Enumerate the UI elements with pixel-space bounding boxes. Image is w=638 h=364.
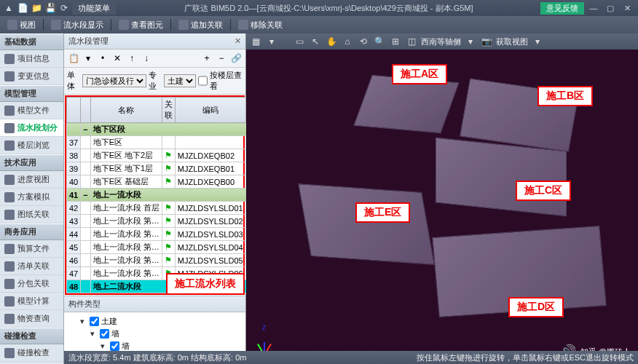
- panel-toolbar: 📋 ▾ • ✕ ↑ ↓ + − 🔗: [64, 50, 245, 68]
- tool-icon[interactable]: ✕: [111, 52, 124, 65]
- app-icon: ▲: [3, 2, 15, 14]
- orbit-icon[interactable]: ⟲: [357, 35, 370, 48]
- maximize-icon[interactable]: ▢: [602, 2, 618, 14]
- tree-title: 构件类型: [64, 296, 245, 312]
- close-icon[interactable]: ✕: [619, 2, 635, 14]
- toolbar-button[interactable]: 流水段显示: [47, 18, 108, 32]
- new-icon[interactable]: 📄: [17, 2, 28, 14]
- nav-item[interactable]: 楼层浏览: [0, 137, 63, 154]
- zone-label-e: 施工E区: [355, 202, 410, 223]
- status-bar: 流水段宽度: 5.4m 建筑底标高: 0m 结构底标高: 0m 按住鼠标左键拖进…: [64, 351, 638, 364]
- plus-icon[interactable]: +: [200, 52, 213, 65]
- status-left: 流水段宽度: 5.4m 建筑底标高: 0m 结构底标高: 0m: [68, 352, 246, 363]
- viewport-toolbar: ▦ ▾ ▭ ↖ ✋ ⌂ ⟲ 🔍 ⊞ ◫ 西南等轴侧▾ 📷 获取视图▾: [246, 33, 638, 50]
- table-row[interactable]: 46地上一流水段 第…⚑MJZLDSYLSLD05: [67, 254, 259, 267]
- minus-icon[interactable]: −: [215, 52, 228, 65]
- home-icon[interactable]: ⌂: [341, 35, 354, 48]
- toolbar-button[interactable]: 查看图元: [114, 18, 168, 32]
- callout-label: 施工流水列表: [166, 273, 245, 295]
- nav-item[interactable]: 清单关联: [0, 258, 63, 275]
- nav-item[interactable]: 预算文件: [0, 240, 63, 258]
- table-row[interactable]: −地下区段: [67, 123, 259, 136]
- table-row[interactable]: 45地上一流水段 第…⚑MJZLDSYLSLD04: [67, 241, 259, 254]
- flow-table: 名称关联编码施−地下区段37地下E区38地下E区 地下2层⚑MJZLDXEQB0…: [66, 97, 259, 293]
- minimize-icon[interactable]: —: [586, 2, 602, 14]
- toolbar-button[interactable]: 移除关联: [234, 18, 287, 32]
- panel-filter: 单体 门急诊楼及行 专业 土建 按楼层查看: [64, 68, 245, 95]
- nav-item[interactable]: 变更信息: [0, 68, 63, 85]
- tree-item[interactable]: 土建: [80, 315, 241, 328]
- save-icon[interactable]: 💾: [44, 2, 56, 14]
- nav-group: 模型管理: [0, 85, 63, 102]
- nav-item[interactable]: 图纸关联: [0, 206, 63, 223]
- quick-access-toolbar: ▲ 📄 📁 💾 ⟳ 功能菜单: [3, 2, 117, 15]
- table-row[interactable]: 39地下E区 地下1层⚑MJZLDXEQB01: [67, 162, 259, 175]
- panel-title-text: 流水段管理: [68, 36, 109, 47]
- flow-panel: 流水段管理 ✕ 📋 ▾ • ✕ ↑ ↓ + − 🔗 单体 门急诊楼及行 专业 土…: [64, 33, 246, 364]
- tool-icon[interactable]: ▾: [265, 35, 278, 48]
- table-row[interactable]: 43地上一流水段 第…⚑MJZLDSYLSLD02: [67, 215, 259, 228]
- link-icon[interactable]: 🔗: [229, 52, 243, 65]
- floor-view-checkbox[interactable]: [198, 74, 208, 87]
- filter-label: 专业: [149, 70, 162, 92]
- tree-item[interactable]: 墙: [80, 328, 241, 340]
- tool-icon[interactable]: ▾: [82, 52, 95, 65]
- discipline-select[interactable]: 土建: [164, 74, 196, 87]
- nav-item[interactable]: 分包关联: [0, 275, 63, 293]
- 3d-viewport[interactable]: ▦ ▾ ▭ ↖ ✋ ⌂ ⟲ 🔍 ⊞ ◫ 西南等轴侧▾ 📷 获取视图▾ 施工A区 …: [246, 33, 638, 364]
- nav-item[interactable]: 项目信息: [0, 50, 63, 68]
- table-row[interactable]: 44地上一流水段 第…⚑MJZLDSYLSLD03: [67, 228, 259, 241]
- view-icon[interactable]: ⊞: [389, 35, 402, 48]
- tool-icon[interactable]: ↓: [140, 52, 153, 65]
- panel-close-icon[interactable]: ✕: [235, 36, 241, 46]
- tree-checkbox[interactable]: [100, 329, 109, 339]
- nav-item[interactable]: 物资查询: [0, 310, 63, 328]
- feedback-button[interactable]: 意见反馈: [540, 2, 584, 15]
- view-dropdown2[interactable]: 获取视图: [496, 36, 528, 47]
- nav-item[interactable]: 模型文件: [0, 102, 63, 119]
- pan-icon[interactable]: ✋: [325, 35, 338, 48]
- table-row[interactable]: 38地下E区 地下2层⚑MJZLDXEQB02: [67, 149, 259, 162]
- tree-checkbox[interactable]: [90, 317, 99, 326]
- nav-item[interactable]: 碰撞检查: [0, 344, 63, 362]
- table-row[interactable]: 41−地上一流水段: [67, 189, 259, 202]
- nav-group: 基础数据: [0, 33, 63, 50]
- zone-label-a: 施工A区: [392, 64, 447, 84]
- menu-button[interactable]: 功能菜单: [72, 2, 116, 15]
- open-icon[interactable]: 📁: [31, 2, 42, 14]
- table-row[interactable]: 42地上一流水段 首层⚑MJZLDSYLSLD01: [67, 202, 259, 215]
- window-title: 广联达 BIM5D 2.0—[云商城投-C:\Users\xmrj-s\Desk…: [117, 3, 540, 14]
- 3d-scene[interactable]: 施工A区 施工B区 施工C区 施工D区 施工E区 x y z 🔊 知乎 @搬砖人: [246, 50, 638, 364]
- nav-item[interactable]: 进度视图: [0, 171, 63, 189]
- cube-icon[interactable]: ◫: [405, 35, 418, 48]
- zone-label-d: 施工D区: [508, 297, 564, 317]
- nav-group: 技术应用: [0, 154, 63, 171]
- pointer-icon[interactable]: ▭: [293, 35, 306, 48]
- tree-checkbox[interactable]: [110, 341, 119, 351]
- tool-icon[interactable]: •: [96, 52, 109, 65]
- nav-item[interactable]: 模型计算: [0, 293, 63, 310]
- tool-icon[interactable]: ↑: [125, 52, 138, 65]
- toolbar-button[interactable]: 视图: [3, 18, 40, 32]
- select-icon[interactable]: ↖: [309, 35, 322, 48]
- nav-item[interactable]: 方案模拟: [0, 189, 63, 206]
- tool-icon[interactable]: 📋: [67, 52, 80, 65]
- toolbar-button[interactable]: 追加关联: [174, 18, 227, 32]
- camera-icon[interactable]: 📷: [480, 35, 493, 48]
- zoom-icon[interactable]: 🔍: [373, 35, 386, 48]
- zone-label-c: 施工C区: [516, 181, 571, 201]
- unit-select[interactable]: 门急诊楼及行: [82, 74, 146, 87]
- table-row[interactable]: 37地下E区: [67, 136, 259, 149]
- window-controls: — ▢ ✕: [586, 2, 635, 14]
- view-dropdown[interactable]: 西南等轴侧: [421, 36, 461, 47]
- checkbox-label: 按楼层查看: [210, 70, 243, 92]
- flow-table-wrap: 名称关联编码施−地下区段37地下E区38地下E区 地下2层⚑MJZLDXEQB0…: [65, 95, 245, 295]
- nav-item[interactable]: 流水段划分: [0, 119, 63, 137]
- grid-icon[interactable]: ▦: [249, 35, 262, 48]
- titlebar: ▲ 📄 📁 💾 ⟳ 功能菜单 广联达 BIM5D 2.0—[云商城投-C:\Us…: [0, 0, 638, 16]
- refresh-icon[interactable]: ⟳: [58, 2, 70, 14]
- main-toolbar: 视图流水段显示查看图元追加关联移除关联: [0, 16, 638, 33]
- zone-label-b: 施工B区: [537, 86, 593, 106]
- panel-title: 流水段管理 ✕: [64, 33, 245, 50]
- table-row[interactable]: 40地下E区 基础层⚑MJZLDXEQB00: [67, 175, 259, 189]
